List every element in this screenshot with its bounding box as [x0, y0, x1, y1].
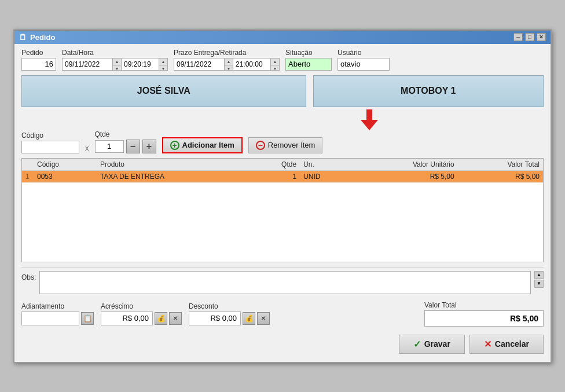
data-hora-group: Data/Hora ▲▼ ▲▼ — [62, 49, 168, 71]
title-bar-controls: ─ □ ✕ — [513, 33, 546, 41]
arrow-indicator — [195, 109, 544, 130]
usuario-group: Usuário — [337, 49, 390, 71]
prazo-hora-input[interactable] — [233, 58, 271, 71]
acrescimo-btn2[interactable]: ✕ — [169, 312, 182, 325]
gravar-label: Gravar — [424, 339, 450, 349]
add-item-button[interactable]: + Adicionar Item — [162, 137, 243, 153]
col-codigo: Código — [34, 159, 97, 171]
window-body: Pedido Data/Hora ▲▼ ▲▼ Prazo Entrega/Re — [14, 44, 551, 362]
desconto-input[interactable] — [189, 312, 241, 325]
col-valor-unitario: Valor Unitário — [352, 159, 458, 171]
data-hora-label: Data/Hora — [62, 49, 168, 57]
usuario-label: Usuário — [337, 49, 390, 57]
desconto-row: 💰 ✕ — [189, 312, 270, 325]
scroll-up-button[interactable]: ▲ — [534, 271, 544, 279]
pedido-group: Pedido — [21, 49, 56, 71]
valor-total-label: Valor Total — [424, 301, 544, 309]
cell-qtde: 1 — [252, 170, 300, 182]
close-button[interactable]: ✕ — [537, 33, 546, 41]
usuario-input[interactable] — [337, 58, 390, 71]
obs-scrollbar: ▲ ▼ — [534, 271, 544, 288]
restore-button[interactable]: □ — [525, 33, 534, 41]
valor-total-input[interactable] — [424, 310, 544, 327]
codigo-label: Código — [21, 131, 79, 140]
qty-controls: − + — [95, 140, 156, 153]
obs-textarea[interactable] — [39, 271, 531, 294]
prazo-datetime: ▲▼ ▲▼ — [174, 58, 280, 71]
prazo-label: Prazo Entrega/Retirada — [174, 49, 280, 57]
prazo-group: Prazo Entrega/Retirada ▲▼ ▲▼ — [174, 49, 280, 71]
cell-valor-unitario: R$ 5,00 — [352, 170, 458, 182]
adiantamento-group: Adiantamento 📋 — [21, 302, 94, 325]
item-controls-area: Código x Qtde − + + Adicionar Item − Rem… — [21, 130, 544, 153]
acrescimo-input[interactable] — [101, 312, 153, 325]
adiantamento-input[interactable] — [21, 312, 79, 325]
obs-section: Obs: ▲ ▼ — [21, 267, 544, 294]
table-row[interactable]: 1 0053 TAXA DE ENTREGA 1 UNID R$ 5,00 R$… — [22, 170, 543, 182]
prazo-data-spinner[interactable]: ▲▼ — [225, 58, 233, 71]
customer-section: JOSÉ SILVA MOTOBOY 1 — [21, 75, 544, 107]
window-title: Pedido — [30, 33, 55, 42]
data-hora-datetime: ▲▼ ▲▼ — [62, 58, 168, 71]
data-spinner[interactable]: ▲▼ — [113, 58, 122, 71]
col-valor-total: Valor Total — [458, 159, 543, 171]
scroll-down-button[interactable]: ▼ — [534, 280, 544, 288]
svg-marker-0 — [361, 109, 378, 130]
col-qtde: Qtde — [252, 159, 300, 171]
codigo-input[interactable] — [21, 141, 79, 153]
codigo-group: Código — [21, 131, 79, 153]
header-row: Pedido Data/Hora ▲▼ ▲▼ Prazo Entrega/Re — [21, 49, 544, 71]
hora-spinner[interactable]: ▲▼ — [159, 58, 168, 71]
cancelar-button[interactable]: ✕ Cancelar — [469, 335, 544, 354]
minimize-button[interactable]: ─ — [513, 33, 523, 41]
items-table: Código Produto Qtde Un. Valor Unitário V… — [22, 159, 543, 183]
cancelar-label: Cancelar — [495, 339, 529, 349]
hora-input[interactable] — [122, 58, 159, 71]
cell-valor-total: R$ 5,00 — [458, 170, 543, 182]
down-arrow-icon — [358, 109, 381, 130]
desconto-btn1[interactable]: 💰 — [243, 312, 255, 325]
acrescimo-label: Acréscimo — [101, 302, 182, 310]
acrescimo-row: 💰 ✕ — [101, 312, 182, 325]
gravar-button[interactable]: ✓ Gravar — [399, 335, 465, 354]
customer-delivery-box[interactable]: MOTOBOY 1 — [313, 75, 544, 107]
remove-item-button[interactable]: − Remover Item — [248, 137, 323, 153]
adiantamento-browse-button[interactable]: 📋 — [81, 312, 94, 325]
acrescimo-btn1[interactable]: 💰 — [155, 312, 167, 325]
desconto-label: Desconto — [189, 302, 270, 310]
col-produto: Produto — [97, 159, 252, 171]
title-bar-left: 🗒 Pedido — [19, 33, 55, 42]
row-num: 1 — [22, 170, 34, 182]
pedido-input[interactable] — [21, 58, 56, 71]
desconto-btn2[interactable]: ✕ — [257, 312, 270, 325]
situacao-label: Situação — [285, 49, 332, 57]
acrescimo-group: Acréscimo 💰 ✕ — [101, 302, 182, 325]
valor-total-group: Valor Total — [424, 301, 544, 327]
qtde-label: Qtde — [95, 130, 156, 138]
prazo-hora-spinner[interactable]: ▲▼ — [271, 58, 280, 71]
qty-increase-button[interactable]: + — [142, 140, 156, 153]
adiantamento-row: 📋 — [21, 312, 94, 325]
adiantamento-label: Adiantamento — [21, 302, 94, 310]
items-table-container: Código Produto Qtde Un. Valor Unitário V… — [21, 158, 544, 262]
col-num — [22, 159, 34, 171]
footer-section: Adiantamento 📋 Acréscimo 💰 ✕ Desconto — [21, 299, 544, 327]
prazo-data-input[interactable] — [174, 58, 225, 71]
qty-input[interactable] — [95, 140, 124, 153]
qty-decrease-button[interactable]: − — [126, 140, 140, 153]
main-window: 🗒 Pedido ─ □ ✕ Pedido Data/Hora ▲▼ — [13, 30, 552, 363]
col-un: Un. — [300, 159, 352, 171]
check-icon: ✓ — [413, 339, 421, 350]
cell-produto: TAXA DE ENTREGA — [97, 170, 252, 182]
x-separator: x — [85, 144, 89, 153]
obs-label: Obs: — [21, 271, 36, 281]
plus-circle-icon: + — [170, 141, 179, 150]
data-input[interactable] — [62, 58, 113, 71]
customer-name-box[interactable]: JOSÉ SILVA — [21, 75, 306, 107]
pedido-label: Pedido — [21, 49, 56, 57]
situacao-input[interactable] — [285, 58, 332, 71]
action-row: ✓ Gravar ✕ Cancelar — [21, 331, 544, 357]
add-item-label: Adicionar Item — [182, 141, 234, 149]
window-icon: 🗒 — [19, 33, 27, 42]
cancel-x-icon: ✕ — [484, 339, 491, 350]
